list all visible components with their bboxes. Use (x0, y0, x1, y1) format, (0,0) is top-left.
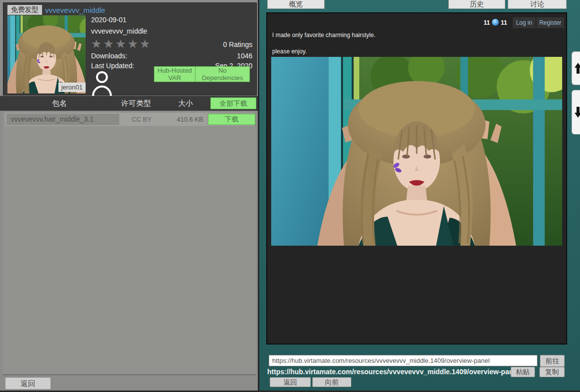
resource-meta: 2020-09-01 vvvevevvv_middle ★★★★★ 0 Rati… (91, 16, 252, 72)
table-row: vvvevevvv.hair_middle_3.1 CC BY 410.6 KB… (5, 113, 254, 126)
updated-label: Last Updated: (91, 62, 134, 70)
scroll-down-button[interactable] (572, 90, 580, 134)
ratings-count: 0 Ratings (223, 41, 252, 48)
no-deps-line2: Dependencies (195, 74, 249, 82)
go-button[interactable]: 前往 (540, 355, 565, 367)
resource-thumbnail[interactable]: jeron01 (7, 15, 86, 93)
size-cell: 410.6 KB (172, 113, 208, 126)
description-line-1: I made only favorite charming hairstyle. (272, 32, 376, 39)
scroll-up-button[interactable] (572, 51, 580, 85)
column-license-type: 许可类型 (116, 99, 156, 108)
star-icon[interactable]: ★ (103, 37, 116, 50)
resource-info-box: 免费发型 vvvevevvv_middle jeron01 (3, 2, 257, 95)
star-icon[interactable]: ★ (140, 37, 152, 50)
column-size: 大小 (171, 99, 200, 108)
download-button[interactable]: 下载 (208, 114, 255, 125)
tab-discussion[interactable]: 讨论 (508, 0, 567, 9)
downloads-value: 1046 (237, 52, 252, 60)
downloads-row: Downloads: 1046 (91, 52, 252, 62)
embedded-browser: 11 11 Log in Register I made only favori… (266, 12, 567, 345)
login-button[interactable]: Log in (513, 17, 535, 28)
thumbnail-image (7, 15, 86, 93)
hub-browser-panel: 概览 历史 讨论 11 11 Log in Register I made on… (259, 0, 580, 391)
package-panel: 免费发型 vvvevevvv_middle jeron01 (0, 0, 258, 391)
likes-icon (492, 19, 499, 26)
package-list: vvvevevvv.hair_middle_3.1 CC BY 410.6 KB… (3, 112, 256, 375)
current-url-text: https://hub.virtamate.com/resources/vvve… (267, 368, 519, 376)
package-name-cell: vvvevevvv.hair_middle_3.1 (6, 114, 119, 125)
no-dependencies-badge: No Dependencies (195, 66, 250, 82)
column-package-name: 包名 (20, 99, 99, 108)
views-count: 11 (480, 19, 490, 26)
package-table-header: 包名 许可类型 大小 全部下载 (0, 96, 258, 111)
browser-forward-button[interactable]: 向前 (312, 377, 351, 387)
resource-name: vvvevevvv_middle (91, 27, 252, 35)
arrow-down-icon (574, 106, 580, 118)
star-icon[interactable]: ★ (115, 37, 128, 50)
no-deps-line1: No (195, 67, 249, 74)
arrow-up-icon (574, 62, 580, 74)
resource-preview-image (271, 57, 562, 246)
star-icon[interactable]: ★ (91, 37, 103, 50)
copy-button[interactable]: 复制 (539, 367, 565, 377)
download-all-button[interactable]: 全部下载 (210, 97, 256, 109)
hub-hosted-line1: Hub-Hosted (154, 67, 195, 74)
rating-row: ★★★★★ 0 Ratings (91, 39, 252, 52)
star-icon[interactable]: ★ (128, 37, 140, 50)
browser-back-button[interactable]: 返回 (270, 377, 311, 387)
hub-hosted-line2: VAR (154, 74, 195, 82)
tab-overview[interactable]: 概览 (267, 0, 325, 9)
description-line-2: please enjoy. (272, 48, 307, 55)
app-window: 免费发型 vvvevevvv_middle jeron01 (0, 0, 580, 392)
likes-count: 11 (501, 19, 507, 26)
hub-hosted-var-badge: Hub-Hosted VAR (154, 66, 195, 82)
release-date: 2020-09-01 (91, 16, 252, 24)
license-cell: CC BY (122, 113, 161, 126)
register-button[interactable]: Register (536, 17, 564, 28)
resource-title-link[interactable]: vvvevevvv_middle (45, 6, 105, 14)
author-tag: jeron01 (58, 83, 86, 92)
back-button[interactable]: 返回 (5, 377, 51, 390)
paste-button[interactable]: 粘贴 (511, 367, 535, 377)
downloads-label: Downloads: (91, 52, 127, 60)
category-badge: 免费发型 (7, 5, 42, 15)
url-input[interactable] (269, 355, 537, 366)
star-rating[interactable]: ★★★★★ (91, 37, 152, 51)
user-icon (91, 70, 113, 98)
tab-history[interactable]: 历史 (448, 0, 505, 9)
